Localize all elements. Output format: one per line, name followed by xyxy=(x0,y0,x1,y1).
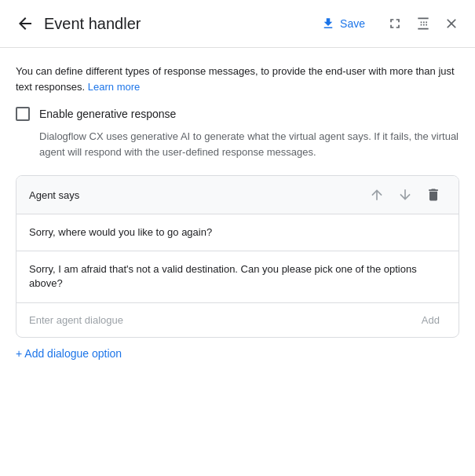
agent-card-header: Agent says xyxy=(16,176,459,214)
move-down-button[interactable] xyxy=(393,184,418,206)
expand-button[interactable] xyxy=(412,13,434,35)
generative-section: Enable generative response Dialogflow CX… xyxy=(16,107,459,159)
message-text-2: Sorry, I am afraid that's not a valid de… xyxy=(29,263,417,289)
agent-card-title: Agent says xyxy=(29,189,364,201)
description-text: You can define different types of respon… xyxy=(16,64,459,94)
agent-card: Agent says xyxy=(16,175,459,338)
save-icon xyxy=(321,16,335,31)
arrow-down-icon xyxy=(397,187,413,203)
checkbox-row: Enable generative response xyxy=(16,107,459,121)
back-button[interactable] xyxy=(13,11,38,36)
back-icon xyxy=(16,14,35,33)
input-row: Add xyxy=(16,303,459,337)
save-button[interactable]: Save xyxy=(315,12,371,35)
dialogue-input[interactable] xyxy=(29,314,415,326)
message-row: Sorry, I am afraid that's not a valid de… xyxy=(16,251,459,302)
generative-checkbox[interactable] xyxy=(16,107,30,121)
page-wrapper: Event handler Save xyxy=(0,0,475,476)
move-up-button[interactable] xyxy=(364,184,389,206)
add-inline-button[interactable]: Add xyxy=(415,311,446,329)
message-row: Sorry, where would you like to go again? xyxy=(16,214,459,251)
delete-icon xyxy=(426,187,441,203)
message-text-1: Sorry, where would you like to go again? xyxy=(29,226,212,238)
card-header-actions xyxy=(364,184,446,206)
fullscreen-icon xyxy=(387,16,403,31)
add-dialogue-option-button[interactable]: + Add dialogue option xyxy=(16,338,122,363)
content: You can define different types of respon… xyxy=(0,48,475,476)
arrow-up-icon xyxy=(369,187,385,203)
header-icons xyxy=(384,13,462,35)
page-title: Event handler xyxy=(44,15,309,33)
generative-checkbox-label: Enable generative response xyxy=(39,108,176,120)
close-icon xyxy=(444,16,459,31)
generative-description: Dialogflow CX uses generative AI to gene… xyxy=(39,129,459,159)
header: Event handler Save xyxy=(0,0,475,48)
close-button[interactable] xyxy=(440,13,462,35)
save-label: Save xyxy=(340,17,365,30)
delete-button[interactable] xyxy=(421,184,446,206)
expand-icon xyxy=(415,16,431,31)
fullscreen-button[interactable] xyxy=(384,13,406,35)
learn-more-link[interactable]: Learn more xyxy=(88,81,140,93)
